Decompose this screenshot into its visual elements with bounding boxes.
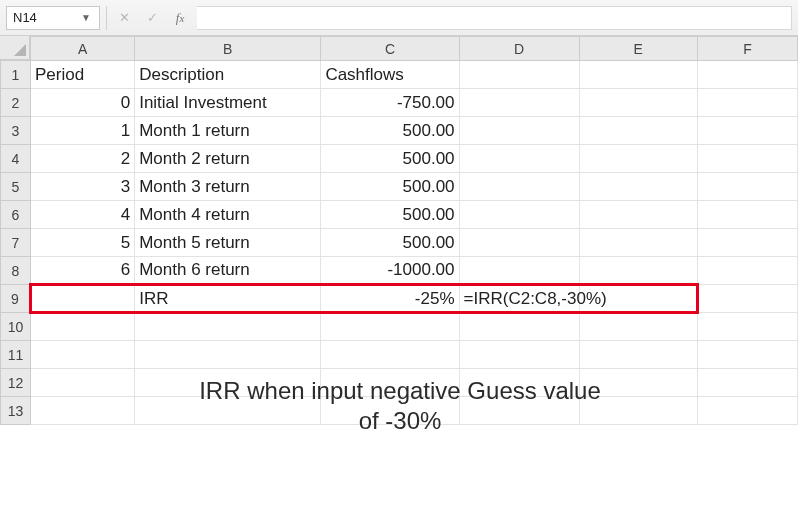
cell[interactable]: Month 6 return (135, 257, 321, 285)
cell[interactable]: 6 (31, 257, 135, 285)
cell[interactable] (459, 397, 579, 425)
cell[interactable] (459, 313, 579, 341)
row-header[interactable]: 3 (1, 117, 31, 145)
spreadsheet-grid[interactable]: A B C D E F 1 Period Description Cashflo… (0, 36, 798, 528)
cell[interactable] (459, 257, 579, 285)
cell[interactable] (579, 201, 697, 229)
cell[interactable]: 500.00 (321, 145, 459, 173)
cell[interactable] (579, 89, 697, 117)
cell[interactable] (31, 369, 135, 397)
cell[interactable] (31, 313, 135, 341)
cell[interactable]: Description (135, 61, 321, 89)
col-header-E[interactable]: E (579, 37, 697, 61)
cell[interactable] (697, 369, 797, 397)
cell[interactable] (579, 61, 697, 89)
cell[interactable]: 4 (31, 201, 135, 229)
cell[interactable]: 500.00 (321, 173, 459, 201)
cell[interactable] (579, 397, 697, 425)
cell[interactable] (135, 313, 321, 341)
cell[interactable]: 2 (31, 145, 135, 173)
cell[interactable]: -750.00 (321, 89, 459, 117)
col-header-C[interactable]: C (321, 37, 459, 61)
cell[interactable] (31, 341, 135, 369)
cell[interactable] (31, 285, 135, 313)
cell[interactable] (579, 117, 697, 145)
cell[interactable]: Initial Investment (135, 89, 321, 117)
col-header-D[interactable]: D (459, 37, 579, 61)
row-header[interactable]: 7 (1, 229, 31, 257)
row-header[interactable]: 4 (1, 145, 31, 173)
col-header-F[interactable]: F (697, 37, 797, 61)
cell[interactable]: Month 5 return (135, 229, 321, 257)
cell-irr-value[interactable]: -25% (321, 285, 459, 313)
col-header-A[interactable]: A (31, 37, 135, 61)
chevron-down-icon[interactable]: ▼ (79, 12, 93, 23)
row-header[interactable]: 2 (1, 89, 31, 117)
cell[interactable]: Period (31, 61, 135, 89)
cell[interactable] (321, 397, 459, 425)
cell[interactable]: 3 (31, 173, 135, 201)
fx-icon[interactable]: fx (169, 7, 191, 29)
cell[interactable] (697, 61, 797, 89)
row-header[interactable]: 1 (1, 61, 31, 89)
cell[interactable] (697, 201, 797, 229)
row-header[interactable]: 6 (1, 201, 31, 229)
row-header[interactable]: 10 (1, 313, 31, 341)
cell[interactable] (459, 61, 579, 89)
row-header[interactable]: 5 (1, 173, 31, 201)
cell[interactable] (135, 397, 321, 425)
cell[interactable] (579, 313, 697, 341)
cell[interactable]: 0 (31, 89, 135, 117)
cell[interactable] (697, 257, 797, 285)
cell[interactable] (697, 285, 797, 313)
cell[interactable] (579, 229, 697, 257)
cell[interactable] (579, 145, 697, 173)
cell[interactable] (579, 173, 697, 201)
cell[interactable] (579, 257, 697, 285)
cell[interactable] (459, 145, 579, 173)
cell[interactable]: Cashflows (321, 61, 459, 89)
cell[interactable] (697, 173, 797, 201)
cell[interactable] (459, 173, 579, 201)
cell[interactable]: 5 (31, 229, 135, 257)
row-header[interactable]: 13 (1, 397, 31, 425)
cell[interactable] (697, 89, 797, 117)
cell-irr-formula[interactable]: =IRR(C2:C8,-30%) (459, 285, 579, 313)
select-all-triangle[interactable] (0, 36, 30, 60)
cell[interactable] (579, 369, 697, 397)
cell[interactable] (321, 313, 459, 341)
cell[interactable] (459, 201, 579, 229)
cell[interactable] (135, 341, 321, 369)
cell[interactable] (459, 229, 579, 257)
cell[interactable]: Month 2 return (135, 145, 321, 173)
cell[interactable] (321, 369, 459, 397)
cell[interactable] (31, 397, 135, 425)
name-box[interactable]: N14 ▼ (6, 6, 100, 30)
cell[interactable] (697, 397, 797, 425)
cell[interactable]: 500.00 (321, 229, 459, 257)
row-header[interactable]: 9 (1, 285, 31, 313)
cell[interactable] (135, 369, 321, 397)
cell[interactable]: Month 3 return (135, 173, 321, 201)
cell[interactable] (697, 313, 797, 341)
cell[interactable] (579, 341, 697, 369)
cell-irr-label[interactable]: IRR (135, 285, 321, 313)
cell[interactable] (321, 341, 459, 369)
cell[interactable] (697, 145, 797, 173)
row-header[interactable]: 8 (1, 257, 31, 285)
cell[interactable] (697, 229, 797, 257)
row-header[interactable]: 12 (1, 369, 31, 397)
cell[interactable] (697, 117, 797, 145)
cell[interactable] (459, 117, 579, 145)
cell[interactable] (459, 369, 579, 397)
cell[interactable]: 500.00 (321, 201, 459, 229)
cell[interactable] (459, 341, 579, 369)
cell[interactable]: Month 4 return (135, 201, 321, 229)
cell[interactable] (697, 341, 797, 369)
col-header-B[interactable]: B (135, 37, 321, 61)
cell[interactable]: Month 1 return (135, 117, 321, 145)
cell[interactable]: 1 (31, 117, 135, 145)
cell[interactable]: 500.00 (321, 117, 459, 145)
cell[interactable]: -1000.00 (321, 257, 459, 285)
formula-input[interactable] (197, 6, 792, 30)
